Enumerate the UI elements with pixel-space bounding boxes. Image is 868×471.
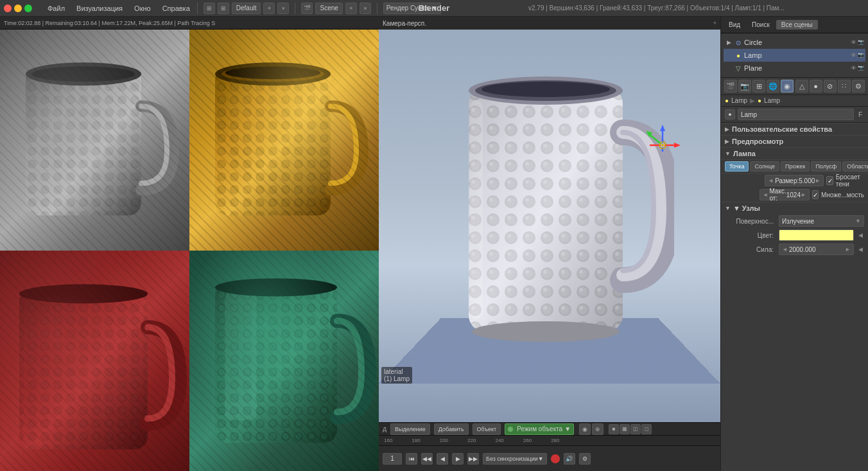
section-preview[interactable]: ▶ Предпросмотр (721, 135, 868, 147)
menu-help[interactable]: Справка (157, 3, 195, 14)
plane-vis-icon[interactable]: 👁 (851, 65, 856, 71)
surface-value-box[interactable]: Излучение ▼ (779, 215, 864, 227)
prev-keyframe-btn[interactable]: ◀◀ (421, 453, 433, 465)
lamp-tab-hemi[interactable]: Полусф (811, 161, 841, 172)
lamp-tab-point[interactable]: Точка (725, 161, 749, 172)
size-label-text: Размер: (775, 177, 799, 184)
props-world-icon[interactable]: 🌐 (767, 80, 779, 93)
grid-icon[interactable]: ⊞ (204, 3, 215, 14)
minimize-button[interactable] (14, 4, 22, 12)
x-icon[interactable]: × (277, 3, 289, 14)
section-user-props[interactable]: ▶ Пользовательские свойства (721, 123, 868, 135)
breadcrumb-item-1[interactable]: Lamp (731, 97, 747, 104)
frame-input[interactable] (383, 453, 402, 465)
lamp-tab-sun[interactable]: Солнце (750, 161, 779, 172)
circle-vis-icon[interactable]: 👁 (851, 39, 856, 46)
props-physics-icon[interactable]: ⚙ (852, 80, 865, 93)
menu-window[interactable]: Окно (129, 3, 156, 14)
breadcrumb-item-2[interactable]: Lamp (764, 97, 780, 104)
scene-icon[interactable]: 🎬 (301, 3, 313, 14)
select-btn[interactable]: Выделение (390, 423, 430, 435)
svg-rect-9 (215, 67, 331, 215)
tree-item-circle[interactable]: ▶ ⊙ Circle 👁 📷 (724, 36, 865, 49)
workspace-dropdown[interactable]: Default (232, 3, 261, 14)
tab-view[interactable]: Вид (724, 20, 745, 30)
record-button[interactable] (551, 454, 560, 463)
color-swatch[interactable] (779, 229, 854, 241)
scene-dropdown[interactable]: Scene (315, 3, 342, 14)
props-layers-icon[interactable]: ⊞ (752, 80, 765, 93)
audio-btn[interactable]: 🔊 (564, 453, 575, 465)
next-frame-btn[interactable]: ▶▶ (467, 453, 479, 465)
svg-rect-20 (215, 282, 337, 443)
props-scene-icon[interactable]: 🎬 (724, 80, 737, 93)
viewport-expand-icon[interactable]: + (713, 20, 716, 26)
prop-icon-lamp: ● (725, 109, 735, 120)
menu-file[interactable]: Файл (42, 3, 70, 14)
lamp-tab-area[interactable]: Область (842, 161, 868, 172)
tab-search[interactable]: Поиск (747, 20, 775, 30)
render-icon-4[interactable]: ◻ (641, 424, 652, 434)
prev-frame-btn[interactable]: ◀ (437, 453, 448, 465)
mug-3d-preview (430, 49, 674, 383)
viewport-render-btns: ■ ▦ ◫ ◻ (609, 424, 652, 434)
jump-start-btn[interactable]: ⏮ (406, 453, 417, 465)
mode-dropdown[interactable]: Режим объекта ▼ (505, 423, 574, 435)
props-mesh-icon[interactable]: △ (795, 80, 808, 93)
tab-all-scenes[interactable]: Все сцены (776, 20, 818, 30)
plane-render-icon[interactable]: 📷 (858, 65, 864, 71)
lamp-toggle: ▼ (725, 150, 731, 157)
plus-icon[interactable]: + (263, 3, 275, 14)
max-value-box[interactable]: ◄ Макс. от: 1024 ► (759, 189, 810, 200)
props-object-icon[interactable]: ◉ (781, 80, 794, 93)
grid-icon-2[interactable]: ⊞ (218, 3, 229, 14)
object-btn[interactable]: Объект (473, 423, 501, 435)
lamp-vis-icon[interactable]: 👁 (851, 52, 856, 58)
play-btn[interactable]: ▶ (452, 453, 464, 465)
add-btn[interactable]: Добавить (434, 423, 469, 435)
render-icon-1[interactable]: ■ (609, 424, 619, 434)
lamp-tab-spot[interactable]: Прожек (781, 161, 810, 172)
cast-shadow-check[interactable]: ✓ (826, 176, 833, 185)
sync-label: Без синхронизации (486, 456, 538, 462)
sync-btn[interactable]: ⚙ (579, 453, 591, 465)
plus-icon-2[interactable]: + (345, 3, 357, 14)
section-lamp[interactable]: ▼ Лампа (721, 147, 868, 159)
render-icon-3[interactable]: ◫ (630, 424, 641, 434)
lamp-tree-icons: 👁 📷 (851, 52, 864, 58)
section-nodes[interactable]: ▼ ▼ Узлы (721, 202, 868, 214)
x-icon-2[interactable]: × (360, 3, 371, 14)
props-particles-icon[interactable]: ∷ (838, 80, 851, 93)
mug-gold-svg (189, 30, 379, 251)
viewport-content[interactable]: laterial (1) Lamp (379, 30, 720, 422)
multiple-check[interactable]: ✓ (812, 190, 819, 199)
strength-expand-icon[interactable]: ◀ (856, 246, 864, 253)
mug-gold-preview (189, 30, 379, 251)
svg-marker-36 (660, 125, 665, 131)
color-label: Цвет: (725, 232, 776, 239)
tree-item-lamp[interactable]: ● Lamp 👁 📷 (724, 49, 865, 62)
svg-point-43 (661, 144, 664, 147)
viewport-solid-icon[interactable]: ◉ (579, 423, 591, 435)
props-render-icon[interactable]: 📷 (738, 80, 751, 93)
menu-render[interactable]: Визуализация (71, 3, 128, 14)
mug-teal-preview (189, 251, 379, 472)
render-icon-2[interactable]: ▦ (620, 424, 630, 434)
size-value-box[interactable]: ◄ Размер: 5.000 ► (765, 175, 824, 186)
svg-rect-16 (19, 289, 148, 449)
color-expand-icon[interactable]: ◀ (856, 232, 864, 238)
prop-name-input[interactable] (738, 109, 854, 120)
surface-label: Поверхнос... (725, 218, 776, 225)
sync-dropdown[interactable]: Без синхронизации ▼ (483, 453, 547, 465)
close-button[interactable] (4, 4, 12, 12)
circle-render-icon[interactable]: 📷 (858, 39, 864, 46)
tree-item-plane[interactable]: ▽ Plane 👁 📷 (724, 62, 865, 75)
maximize-button[interactable] (24, 4, 32, 12)
viewport-panel: Камера-персп. + (379, 17, 720, 471)
props-material-icon[interactable]: ● (810, 80, 822, 93)
props-texture-icon[interactable]: ⊘ (824, 80, 837, 93)
lamp-render-icon[interactable]: 📷 (858, 52, 864, 58)
strength-value-box[interactable]: ◄ 2000.000 ► (779, 244, 854, 255)
mug-3d-svg (430, 49, 674, 383)
viewport-wire-icon[interactable]: ⊕ (592, 423, 603, 435)
